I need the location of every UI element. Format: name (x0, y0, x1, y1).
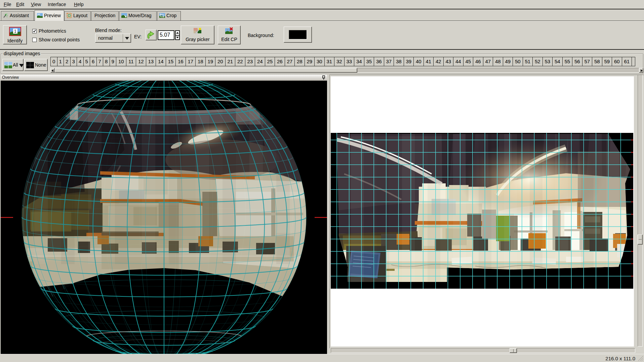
svg-text:1: 1 (14, 29, 16, 34)
svg-text:GL: GL (38, 14, 41, 16)
